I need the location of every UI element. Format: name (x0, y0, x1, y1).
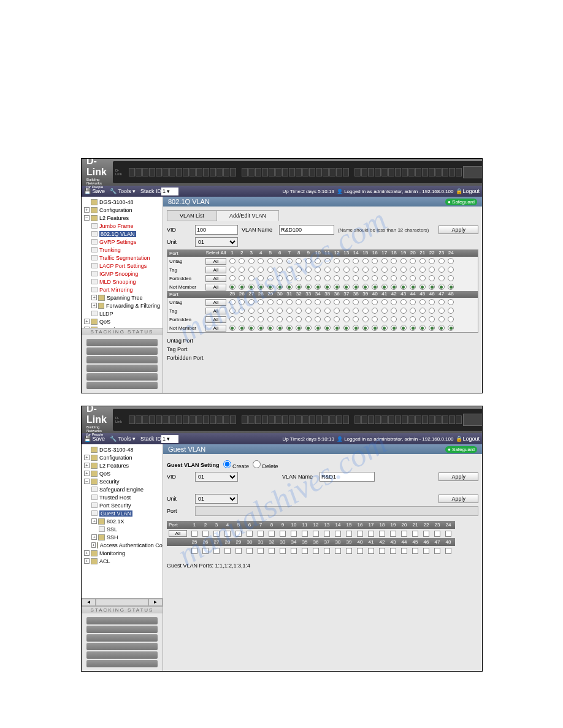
port-radio[interactable] (324, 258, 331, 264)
port-radio[interactable] (343, 275, 350, 281)
port-radio[interactable] (229, 275, 236, 281)
port-radio[interactable] (419, 308, 426, 314)
port-radio[interactable] (258, 267, 264, 273)
port-radio[interactable] (343, 325, 350, 331)
port-radio[interactable] (391, 284, 397, 290)
all-button-notmember[interactable]: All (205, 284, 226, 290)
apply-button-1[interactable]: Apply (439, 472, 478, 481)
logout-button[interactable]: 🔒Logout (456, 436, 480, 442)
port-radio[interactable] (429, 299, 435, 305)
tree-security[interactable]: −Security (83, 477, 161, 485)
port-radio[interactable] (343, 258, 350, 264)
port-radio[interactable] (381, 258, 388, 264)
port-radio[interactable] (248, 258, 255, 264)
port-radio[interactable] (258, 284, 264, 290)
tree-acl[interactable]: +ACL (83, 557, 161, 565)
port-checkbox[interactable] (202, 531, 209, 537)
port-checkbox[interactable] (412, 548, 418, 554)
port-radio[interactable] (448, 275, 454, 281)
port-radio[interactable] (305, 267, 312, 273)
all-button-tag[interactable]: All (205, 308, 226, 314)
port-radio[interactable] (419, 284, 426, 290)
port-radio[interactable] (277, 275, 283, 281)
port-radio[interactable] (391, 308, 397, 314)
port-radio[interactable] (362, 316, 369, 322)
port-radio[interactable] (448, 325, 454, 331)
port-radio[interactable] (419, 325, 426, 331)
port-radio[interactable] (315, 267, 321, 273)
save-button[interactable]: 💾 Save (84, 188, 105, 194)
port-checkbox[interactable] (224, 531, 231, 537)
port-radio[interactable] (258, 316, 264, 322)
port-radio[interactable] (353, 299, 359, 305)
port-radio[interactable] (239, 258, 245, 264)
port-radio[interactable] (448, 284, 454, 290)
port-radio[interactable] (372, 308, 378, 314)
tree-access-auth[interactable]: +Access Authentication Con (83, 541, 161, 549)
port-checkbox[interactable] (401, 548, 407, 554)
port-radio[interactable] (334, 284, 340, 290)
tab-vlan-list[interactable]: VLAN List (167, 210, 217, 221)
tree-configuration[interactable]: +Configuration (83, 206, 161, 214)
port-radio[interactable] (286, 299, 293, 305)
port-radio[interactable] (267, 258, 274, 264)
port-radio[interactable] (343, 299, 350, 305)
port-radio[interactable] (439, 284, 445, 290)
save-button[interactable]: 💾 Save (84, 436, 105, 442)
tree-8021x[interactable]: +802.1X (83, 517, 161, 525)
port-radio[interactable] (286, 284, 293, 290)
port-radio[interactable] (343, 284, 350, 290)
tree-port-mirroring[interactable]: Port Mirroring (83, 286, 161, 294)
tree-traffic-seg[interactable]: Traffic Segmentation (83, 254, 161, 262)
port-checkbox[interactable] (191, 548, 197, 554)
port-checkbox[interactable] (202, 548, 209, 554)
port-radio[interactable] (229, 299, 236, 305)
port-radio[interactable] (239, 267, 245, 273)
port-radio[interactable] (324, 275, 331, 281)
port-radio[interactable] (334, 267, 340, 273)
port-radio[interactable] (381, 316, 388, 322)
port-radio[interactable] (429, 284, 435, 290)
tree-ssl[interactable]: SSL (83, 525, 161, 533)
tree-port-security[interactable]: Port Security (83, 501, 161, 509)
port-checkbox[interactable] (313, 531, 319, 537)
tree-qos[interactable]: +QoS (83, 469, 161, 477)
port-radio[interactable] (381, 275, 388, 281)
tree-igmp[interactable]: IGMP Snooping (83, 270, 161, 278)
port-radio[interactable] (315, 316, 321, 322)
port-radio[interactable] (448, 316, 454, 322)
port-radio[interactable] (239, 284, 245, 290)
port-radio[interactable] (400, 267, 407, 273)
port-checkbox[interactable] (346, 548, 352, 554)
port-radio[interactable] (419, 258, 426, 264)
port-radio[interactable] (248, 308, 255, 314)
port-radio[interactable] (277, 258, 283, 264)
port-radio[interactable] (353, 258, 359, 264)
port-radio[interactable] (296, 275, 302, 281)
port-radio[interactable] (239, 308, 245, 314)
tab-add-edit-vlan[interactable]: Add/Edit VLAN (217, 210, 279, 221)
port-radio[interactable] (381, 325, 388, 331)
port-radio[interactable] (334, 275, 340, 281)
port-radio[interactable] (439, 299, 445, 305)
port-checkbox[interactable] (379, 548, 385, 554)
port-checkbox[interactable] (324, 548, 330, 554)
tree-8021q-vlan[interactable]: 802.1Q VLAN (83, 230, 161, 238)
port-checkbox[interactable] (412, 531, 418, 537)
port-radio[interactable] (305, 316, 312, 322)
vlan-name-input[interactable] (320, 472, 375, 482)
port-checkbox[interactable] (213, 548, 220, 554)
port-radio[interactable] (305, 325, 312, 331)
port-checkbox[interactable] (346, 531, 352, 537)
port-radio[interactable] (258, 308, 264, 314)
port-radio[interactable] (315, 275, 321, 281)
port-checkbox[interactable] (236, 548, 242, 554)
port-radio[interactable] (267, 267, 274, 273)
port-radio[interactable] (286, 275, 293, 281)
port-checkbox[interactable] (302, 531, 308, 537)
all-button-untag[interactable]: All (205, 258, 226, 265)
port-radio[interactable] (353, 325, 359, 331)
port-radio[interactable] (391, 275, 397, 281)
port-checkbox[interactable] (313, 548, 319, 554)
port-radio[interactable] (410, 316, 416, 322)
